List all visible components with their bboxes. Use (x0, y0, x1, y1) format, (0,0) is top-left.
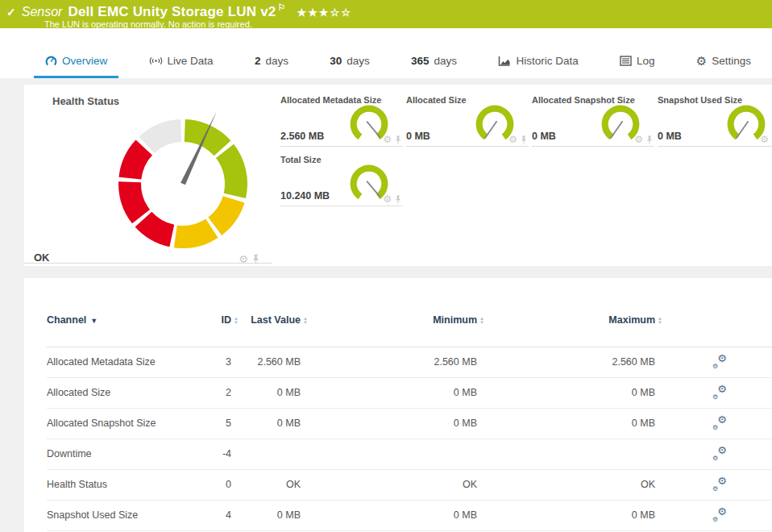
channel-maximum: 0 MB (477, 408, 655, 438)
priority-stars[interactable]: ★★★☆☆ (297, 6, 352, 19)
mini-gauge-allocated-metadata-size: Allocated Metadata Size 2.560 MB ⚙ (280, 95, 403, 147)
channel-id: -4 (188, 438, 231, 469)
channel-last-value: 2.560 MB (231, 347, 301, 377)
tab-30-days[interactable]: 30 days (318, 55, 381, 78)
channel-name: Allocated Snapshot Size (47, 408, 188, 438)
channel-id: 5 (188, 408, 231, 438)
channel-settings-gears-icon[interactable]: ⚙⚙ (712, 385, 727, 398)
gear-icon[interactable]: ⚙ (239, 255, 248, 264)
channel-table-panel: Channel▼ ID▲▼ Last Value▲▼ Minimum▲▼ Max… (24, 278, 772, 532)
channel-name: Health Status (47, 469, 188, 500)
gauge-icon (45, 55, 57, 67)
mini-gauge-total-size: Total Size 10.240 MB ⚙ (280, 155, 403, 206)
channel-maximum: OK (477, 469, 655, 500)
tab-bar: Overview Live Data 2 days 30 days 365 da… (0, 28, 772, 78)
column-header-actions (655, 278, 772, 347)
channel-row[interactable]: Allocated Size 2 0 MB 0 MB 0 MB ⚙⚙ (47, 377, 772, 408)
channel-last-value (231, 438, 301, 469)
gauges-panel: Health Status OK ⚙ Allocated Metadata Si… (24, 85, 772, 266)
mini-gauge-allocated-size: Allocated Size 0 MB ⚙ (406, 95, 529, 147)
channel-last-value: OK (231, 469, 301, 500)
column-header-last-value[interactable]: Last Value▲▼ (231, 278, 301, 347)
channel-name: Allocated Size (47, 377, 188, 408)
column-header-channel[interactable]: Channel▼ (47, 278, 188, 347)
channel-row[interactable]: Health Status 0 OK OK OK ⚙⚙ (47, 469, 772, 500)
health-gauge (98, 99, 268, 268)
card-footer (24, 246, 272, 264)
channel-maximum: 0 MB (477, 377, 655, 408)
tab-overview[interactable]: Overview (34, 55, 118, 78)
area-chart-icon (498, 56, 511, 67)
channel-settings-gears-icon[interactable]: ⚙⚙ (712, 355, 727, 368)
channel-last-value: 0 MB (231, 408, 301, 438)
gauge-value: 2.560 MB (280, 131, 324, 142)
gear-icon[interactable]: ⚙ (383, 194, 392, 204)
tab-log[interactable]: Log (608, 55, 666, 78)
sort-icon: ▲▼ (477, 317, 488, 325)
channel-maximum: 2.560 MB (477, 347, 655, 377)
channel-id: 0 (188, 469, 231, 500)
channel-settings-gears-icon[interactable]: ⚙⚙ (712, 477, 727, 490)
channel-name: Allocated Metadata Size (47, 347, 188, 377)
status-message: The LUN is operating normally. No action… (44, 19, 766, 29)
channel-row[interactable]: Downtime -4 ⚙⚙ (47, 438, 772, 469)
health-gauge-ring (118, 119, 247, 248)
mini-gauges-grid: Allocated Metadata Size 2.560 MB ⚙ Alloc… (280, 85, 772, 266)
channel-id: 2 (188, 377, 231, 408)
health-status-value: OK (34, 251, 50, 264)
channel-minimum: 0 MB (301, 500, 477, 530)
channel-last-value: 0 MB (231, 377, 301, 408)
gear-icon[interactable]: ⚙ (634, 135, 643, 144)
channel-minimum: 0 MB (301, 408, 477, 438)
gauge-value: 0 MB (532, 131, 556, 142)
sort-icon: ▲▼ (301, 317, 312, 325)
health-status-gauge-card: Health Status OK ⚙ (24, 85, 272, 266)
channel-minimum: OK (301, 469, 477, 500)
tab-historic-data[interactable]: Historic Data (487, 55, 589, 78)
object-kind-label: Sensor (22, 5, 63, 19)
channel-table-body: Allocated Metadata Size 3 2.560 MB 2.560… (47, 347, 772, 532)
pin-icon[interactable] (521, 135, 527, 144)
flag-icon[interactable]: ⚐ (277, 2, 285, 12)
gear-icon[interactable]: ⚙ (760, 135, 769, 144)
gauge-value: 0 MB (406, 131, 430, 142)
gear-icon[interactable]: ⚙ (508, 135, 517, 144)
status-check-icon: ✓ (6, 6, 16, 19)
gear-icon: ⚙ (696, 56, 707, 66)
pin-icon[interactable] (252, 254, 259, 264)
channel-minimum: 0 MB (301, 377, 477, 408)
log-icon (620, 56, 632, 66)
gauge-value: 10.240 MB (280, 190, 330, 202)
channel-name: Downtime (47, 438, 188, 469)
channel-settings-gears-icon[interactable]: ⚙⚙ (712, 416, 727, 429)
tab-2-days[interactable]: 2 days (243, 55, 300, 78)
channel-settings-gears-icon[interactable]: ⚙⚙ (712, 447, 727, 459)
gear-icon[interactable]: ⚙ (383, 135, 392, 144)
sort-icon: ▲▼ (231, 317, 243, 325)
page-title: Dell EMC Unity Storage LUN v2⚐★★★☆☆ (68, 2, 351, 20)
live-signal-icon (149, 56, 163, 66)
channel-row[interactable]: Allocated Metadata Size 3 2.560 MB 2.560… (47, 347, 772, 377)
pin-icon[interactable] (646, 135, 653, 144)
pin-icon[interactable] (395, 195, 401, 204)
channel-last-value: 0 MB (231, 500, 301, 530)
tab-365-days[interactable]: 365 days (400, 55, 468, 78)
mini-gauge-snapshot-used-size: Snapshot Used Size 0 MB ⚙ (658, 95, 772, 147)
channel-minimum: 2.560 MB (301, 347, 477, 377)
channel-table: Channel▼ ID▲▼ Last Value▲▼ Minimum▲▼ Max… (47, 278, 772, 532)
channel-row[interactable]: Allocated Snapshot Size 5 0 MB 0 MB 0 MB… (47, 408, 772, 438)
column-header-minimum[interactable]: Minimum▲▼ (301, 278, 477, 347)
gauge-value: 0 MB (658, 131, 682, 142)
sort-icon: ▲▼ (655, 317, 666, 325)
channel-row[interactable]: Snapshot Used Size 4 0 MB 0 MB 0 MB ⚙⚙ (47, 500, 772, 530)
sensor-status-banner: ✓ Sensor Dell EMC Unity Storage LUN v2⚐★… (0, 0, 772, 28)
tab-settings[interactable]: ⚙ Settings (685, 55, 762, 78)
channel-maximum: 0 MB (477, 500, 655, 530)
pin-icon[interactable] (395, 135, 401, 144)
column-header-maximum[interactable]: Maximum▲▼ (477, 278, 655, 347)
column-header-id[interactable]: ID▲▼ (188, 278, 231, 347)
channel-name: Snapshot Used Size (47, 500, 188, 530)
channel-settings-gears-icon[interactable]: ⚙⚙ (712, 508, 727, 521)
tab-live-data[interactable]: Live Data (138, 55, 225, 78)
sort-desc-icon: ▼ (90, 317, 98, 325)
